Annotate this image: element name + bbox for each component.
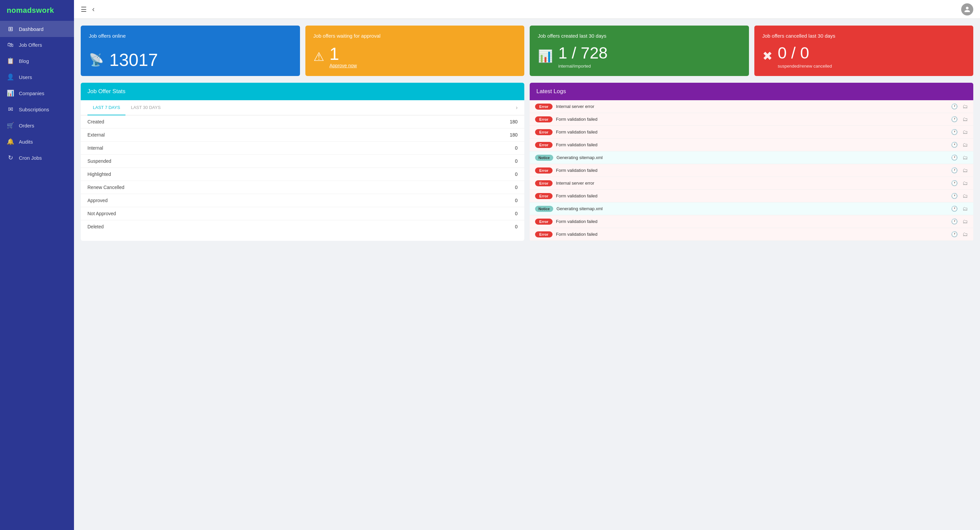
sidebar-item-cron-jobs[interactable]: ↻Cron Jobs — [0, 150, 74, 166]
clock-icon[interactable]: 🕐 — [951, 193, 958, 199]
sidebar-nav: ⊞Dashboard🛍Job Offers📋Blog👤Users📊Compani… — [0, 21, 74, 166]
latest-logs-header: Latest Logs — [530, 83, 973, 100]
stats-row-label: Highlighted — [88, 172, 111, 177]
log-badge: Error — [535, 129, 552, 135]
clock-icon[interactable]: 🕐 — [951, 116, 958, 123]
topbar: ☰ ‹ — [74, 0, 980, 19]
folder-icon[interactable]: 🗂 — [963, 206, 968, 212]
sidebar-label-users: Users — [19, 74, 32, 80]
clock-icon[interactable]: 🕐 — [951, 103, 958, 110]
stats-row: Suspended0 — [81, 155, 524, 168]
folder-icon[interactable]: 🗂 — [963, 129, 968, 135]
sidebar-label-cron-jobs: Cron Jobs — [19, 155, 42, 161]
stat-sub-created: internal/imported — [558, 64, 608, 68]
log-entry: Error Internal server error 🕐 🗂 — [530, 100, 973, 113]
sidebar-item-blog[interactable]: 📋Blog — [0, 53, 74, 69]
sidebar-label-audits: Audits — [19, 139, 33, 145]
topbar-right — [961, 3, 973, 16]
latest-logs-title: Latest Logs — [536, 88, 566, 94]
log-entry: Error Form validation failed 🕐 🗂 — [530, 190, 973, 202]
folder-icon[interactable]: 🗂 — [963, 231, 968, 237]
stats-row: Approved0 — [81, 194, 524, 207]
log-message: Form validation failed — [556, 142, 947, 147]
stat-icon-approval: ⚠ — [313, 50, 324, 64]
log-entry: Error Form validation failed 🕐 🗂 — [530, 164, 973, 177]
sidebar-item-dashboard[interactable]: ⊞Dashboard — [0, 21, 74, 37]
clock-icon[interactable]: 🕐 — [951, 231, 958, 237]
folder-icon[interactable]: 🗂 — [963, 103, 968, 110]
folder-icon[interactable]: 🗂 — [963, 142, 968, 148]
page-content: Job offers online 📡 13017 Job offers wai… — [74, 19, 980, 530]
folder-icon[interactable]: 🗂 — [963, 180, 968, 186]
folder-icon[interactable]: 🗂 — [963, 193, 968, 199]
log-entry: Notice Generating sitemap.xml 🕐 🗂 — [530, 202, 973, 215]
sidebar-item-subscriptions[interactable]: ✉Subscriptions — [0, 101, 74, 117]
folder-icon[interactable]: 🗂 — [963, 155, 968, 161]
back-icon[interactable]: ‹ — [92, 5, 94, 14]
log-badge: Error — [535, 167, 552, 173]
log-badge: Error — [535, 231, 552, 237]
stats-row-label: Suspended — [88, 158, 111, 164]
clock-icon[interactable]: 🕐 — [951, 180, 958, 186]
sidebar-item-orders[interactable]: 🛒Orders — [0, 117, 74, 134]
log-badge: Error — [535, 193, 552, 199]
log-message: Form validation failed — [556, 232, 947, 237]
stats-row-label: Approved — [88, 198, 108, 203]
sidebar-icon-cron-jobs: ↻ — [7, 154, 14, 161]
sidebar-item-companies[interactable]: 📊Companies — [0, 85, 74, 101]
stats-row-value: 0 — [515, 158, 517, 164]
user-avatar[interactable] — [961, 3, 973, 16]
folder-icon[interactable]: 🗂 — [963, 219, 968, 224]
log-badge: Error — [535, 180, 552, 186]
stat-card-body-approval: ⚠ 1 Approve now — [313, 45, 517, 68]
clock-icon[interactable]: 🕐 — [951, 167, 958, 173]
folder-icon[interactable]: 🗂 — [963, 116, 968, 123]
sidebar-icon-subscriptions: ✉ — [7, 106, 14, 113]
log-message: Internal server error — [556, 181, 947, 186]
clock-icon[interactable]: 🕐 — [951, 218, 958, 224]
stat-value-online: 13017 — [109, 51, 158, 68]
brand-suffix: work — [36, 6, 54, 14]
stat-value-cancelled: 0 / 0 — [778, 44, 832, 62]
sidebar-item-job-offers[interactable]: 🛍Job Offers — [0, 37, 74, 53]
bottom-row: Job Offer Stats LAST 7 DAYSLAST 30 DAYS›… — [81, 83, 973, 241]
stats-row-value: 180 — [510, 132, 517, 138]
stats-row-value: 0 — [515, 172, 517, 177]
job-offer-stats-panel: Job Offer Stats LAST 7 DAYSLAST 30 DAYS›… — [81, 83, 524, 241]
sidebar-item-audits[interactable]: 🔔Audits — [0, 134, 74, 150]
stats-row-label: External — [88, 132, 105, 138]
log-list: Error Internal server error 🕐 🗂 Error Fo… — [530, 100, 973, 241]
menu-icon[interactable]: ☰ — [81, 5, 87, 13]
tab-last7[interactable]: LAST 7 DAYS — [88, 100, 126, 115]
approve-now-link[interactable]: Approve now — [329, 63, 357, 68]
stat-card-body-cancelled: ✖ 0 / 0 suspended/renew cancelled — [762, 44, 966, 68]
log-entry: Error Form validation failed 🕐 🗂 — [530, 126, 973, 138]
sidebar-item-users[interactable]: 👤Users — [0, 69, 74, 85]
stats-row-label: Internal — [88, 145, 103, 151]
brand-prefix: nomads — [7, 6, 36, 14]
folder-icon[interactable]: 🗂 — [963, 167, 968, 173]
tab-last30[interactable]: LAST 30 DAYS — [126, 100, 166, 115]
clock-icon[interactable]: 🕐 — [951, 154, 958, 161]
log-message: Form validation failed — [556, 117, 947, 122]
log-message: Form validation failed — [556, 168, 947, 173]
sidebar-icon-dashboard: ⊞ — [7, 25, 14, 33]
log-badge: Error — [535, 116, 552, 123]
stats-row: Highlighted0 — [81, 168, 524, 181]
log-entry: Error Form validation failed 🕐 🗂 — [530, 215, 973, 228]
log-message: Generating sitemap.xml — [557, 206, 947, 211]
job-offer-stats-header: Job Offer Stats — [81, 83, 524, 100]
sidebar-label-subscriptions: Subscriptions — [19, 107, 49, 112]
tab-arrow[interactable]: › — [516, 105, 517, 111]
sidebar-label-blog: Blog — [19, 58, 29, 64]
stat-icon-created: 📊 — [538, 49, 553, 63]
log-badge: Error — [535, 219, 552, 224]
clock-icon[interactable]: 🕐 — [951, 129, 958, 135]
sidebar: nomadswork ⊞Dashboard🛍Job Offers📋Blog👤Us… — [0, 0, 74, 530]
main-area: ☰ ‹ Job offers online 📡 13017 Job offers… — [74, 0, 980, 530]
topbar-left: ☰ ‹ — [81, 5, 94, 14]
stat-card-cancelled: Job offers cancelled last 30 days ✖ 0 / … — [754, 25, 974, 76]
stats-row: External180 — [81, 129, 524, 142]
clock-icon[interactable]: 🕐 — [951, 205, 958, 212]
clock-icon[interactable]: 🕐 — [951, 142, 958, 148]
